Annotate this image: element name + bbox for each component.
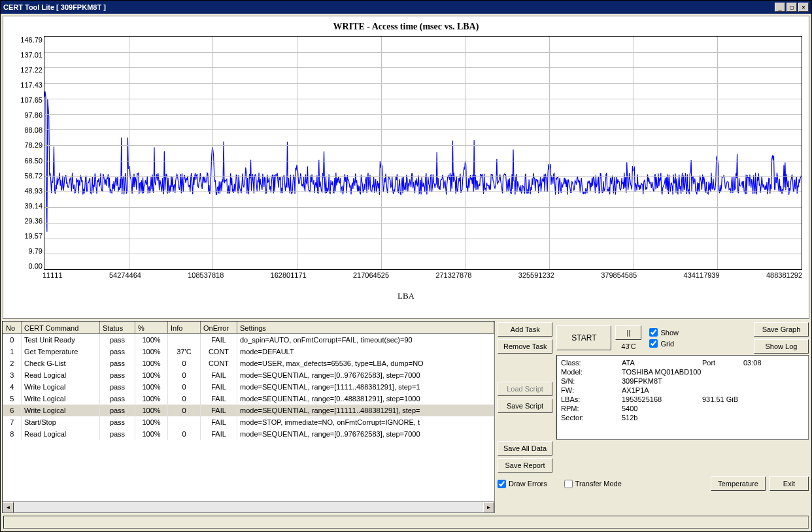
col-settings[interactable]: Settings <box>237 322 494 334</box>
col-certcommand[interactable]: CERT Command <box>22 322 100 334</box>
table-row[interactable]: 6Write Logicalpass100%0FAILmode=SEQUENTI… <box>3 405 494 416</box>
y-tick: 117.43 <box>10 81 42 89</box>
col-status[interactable]: Status <box>100 322 135 334</box>
x-tick: 108537818 <box>188 271 224 280</box>
transfer-mode-checkbox[interactable]: Transfer Mode <box>564 480 622 488</box>
temperature-button[interactable]: Temperature <box>711 476 766 491</box>
x-tick: 162801171 <box>271 271 307 280</box>
y-tick: 39.14 <box>10 202 42 210</box>
table-row[interactable]: 7Start/Stoppass100%FAILmode=STOP, immedi… <box>3 416 494 428</box>
chart-panel: WRITE - Access time (msec vs. LBA) 146.7… <box>3 16 809 319</box>
y-tick: 29.36 <box>10 217 42 225</box>
col-[interactable]: % <box>135 322 168 334</box>
y-tick: 97.86 <box>10 111 42 119</box>
close-button[interactable]: × <box>798 3 809 12</box>
minimize-button[interactable]: _ <box>775 3 785 12</box>
draw-errors-checkbox[interactable]: Draw Errors <box>498 480 547 488</box>
x-tick: 379854585 <box>601 271 637 280</box>
save-all-data-button[interactable]: Save All Data <box>498 441 552 456</box>
y-tick: 107.65 <box>10 96 42 104</box>
table-row[interactable]: 4Write Logicalpass100%0FAILmode=SEQUENTI… <box>3 381 494 393</box>
x-tick: 325591232 <box>518 271 554 280</box>
save-report-button[interactable]: Save Report <box>498 458 552 473</box>
load-script-button[interactable]: Load Script <box>498 382 552 396</box>
y-tick: 58.72 <box>10 172 42 180</box>
exit-button[interactable]: Exit <box>770 476 809 491</box>
task-table[interactable]: NoCERT CommandStatus%InfoOnErrorSettings… <box>2 321 495 513</box>
show-log-button[interactable]: Show Log <box>754 339 809 354</box>
pause-button[interactable]: || <box>615 325 641 340</box>
y-tick: 68.50 <box>10 157 42 165</box>
col-info[interactable]: Info <box>168 322 201 334</box>
x-tick: 488381292 <box>766 271 802 280</box>
table-row[interactable]: 0Test Unit Readypass100%FAILdo_spin=AUTO… <box>3 334 494 346</box>
y-tick: 146.79 <box>10 36 42 44</box>
window-title: CERT Tool Lite [ 309FPKM8T ] <box>3 3 106 11</box>
y-tick: 48.93 <box>10 187 42 195</box>
col-no[interactable]: No <box>3 322 22 334</box>
app-window: CERT Tool Lite [ 309FPKM8T ] _ □ × WRITE… <box>0 0 812 532</box>
table-row[interactable]: 3Read Logicalpass100%0FAILmode=SEQUENTIA… <box>3 369 494 381</box>
x-tick: 11111 <box>42 271 63 280</box>
show-checkbox[interactable]: Show <box>649 328 679 337</box>
scroll-right-icon[interactable]: ► <box>483 502 494 513</box>
chart-plot[interactable]: 146.79137.01127.22117.43107.6597.8688.08… <box>10 36 802 290</box>
table-row[interactable]: 2Check G-Listpass100%0CONTmode=USER, max… <box>3 357 494 369</box>
save-graph-button[interactable]: Save Graph <box>754 322 809 337</box>
y-tick: 78.29 <box>10 141 42 149</box>
status-bar <box>3 516 809 529</box>
maximize-button[interactable]: □ <box>787 3 797 12</box>
x-tick: 217064525 <box>353 271 389 280</box>
scroll-left-icon[interactable]: ◄ <box>3 502 14 513</box>
start-button[interactable]: START <box>556 325 611 350</box>
table-hscrollbar[interactable]: ◄ ► <box>3 501 494 512</box>
y-tick: 127.22 <box>10 66 42 74</box>
y-tick: 0.00 <box>10 262 42 270</box>
table-row[interactable]: 1Get Temperaturepass100%37'CCONTmode=DEF… <box>3 346 494 357</box>
y-tick: 88.08 <box>10 126 42 134</box>
col-onerror[interactable]: OnError <box>201 322 237 334</box>
y-tick: 19.57 <box>10 232 42 240</box>
table-row[interactable]: 5Write Logicalpass100%0FAILmode=SEQUENTI… <box>3 393 494 405</box>
remove-task-button[interactable]: Remove Task <box>498 339 552 354</box>
x-tick: 54274464 <box>109 271 141 280</box>
save-script-button[interactable]: Save Script <box>498 399 552 413</box>
add-task-button[interactable]: Add Task <box>498 322 552 337</box>
titlebar[interactable]: CERT Tool Lite [ 309FPKM8T ] _ □ × <box>1 1 811 14</box>
chart-title: WRITE - Access time (msec vs. LBA) <box>10 22 802 32</box>
y-tick: 9.79 <box>10 247 42 255</box>
temperature-readout: 43'C <box>615 342 641 350</box>
drive-info-panel: Class:ATAPort03:08 Model:TOSHIBA MQ01ABD… <box>556 355 809 440</box>
chart-xaxis-label: LBA <box>10 291 802 301</box>
y-tick: 137.01 <box>10 51 42 59</box>
x-tick: 271327878 <box>435 271 471 280</box>
x-tick: 434117939 <box>684 271 720 280</box>
grid-checkbox[interactable]: Grid <box>649 339 679 348</box>
table-row[interactable]: 8Read Logicalpass100%0FAILmode=SEQUENTIA… <box>3 428 494 440</box>
